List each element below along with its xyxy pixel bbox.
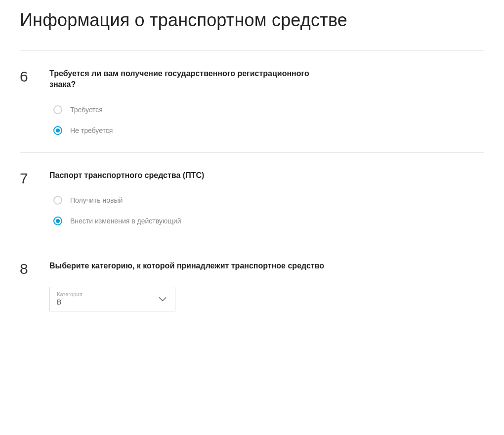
select-value: B — [57, 298, 168, 306]
category-select[interactable]: Категория B — [49, 287, 175, 311]
question-6: 6 Требуется ли вам получение государстве… — [20, 68, 484, 135]
radio-option-make-changes[interactable]: Внести изменения в действующий — [53, 217, 326, 225]
question-title: Выберите категорию, к которой принадлежи… — [49, 261, 326, 271]
question-content: Требуется ли вам получение государственн… — [49, 68, 326, 135]
radio-checked-icon — [53, 126, 62, 135]
radio-label: Требуется — [70, 106, 103, 114]
radio-label: Внести изменения в действующий — [70, 217, 181, 225]
section-divider — [20, 50, 484, 51]
radio-unchecked-icon — [53, 105, 62, 114]
question-8: 8 Выберите категорию, к которой принадле… — [20, 261, 484, 311]
question-title: Требуется ли вам получение государственн… — [49, 68, 326, 90]
radio-dot-icon — [56, 129, 60, 132]
question-number: 8 — [20, 261, 49, 276]
radio-label: Получить новый — [70, 196, 123, 204]
question-content: Выберите категорию, к которой принадлежи… — [49, 261, 326, 311]
radio-group: Получить новый Внести изменения в действ… — [49, 196, 326, 225]
radio-dot-icon — [56, 219, 60, 223]
radio-unchecked-icon — [53, 196, 62, 205]
question-content: Паспорт транспортного средства (ПТС) Пол… — [49, 170, 326, 225]
section-divider — [20, 152, 484, 153]
radio-option-required[interactable]: Требуется — [53, 105, 326, 114]
radio-label: Не требуется — [70, 127, 113, 134]
select-label: Категория — [57, 291, 168, 297]
radio-group: Требуется Не требуется — [49, 105, 326, 135]
page-title: Информация о транспортном средстве — [20, 10, 484, 31]
radio-option-get-new[interactable]: Получить новый — [53, 196, 326, 205]
question-title: Паспорт транспортного средства (ПТС) — [49, 170, 326, 181]
radio-option-not-required[interactable]: Не требуется — [53, 126, 326, 135]
question-7: 7 Паспорт транспортного средства (ПТС) П… — [20, 170, 484, 225]
question-number: 7 — [20, 170, 49, 186]
section-divider — [20, 243, 484, 243]
question-number: 6 — [20, 68, 49, 84]
radio-checked-icon — [53, 217, 62, 225]
